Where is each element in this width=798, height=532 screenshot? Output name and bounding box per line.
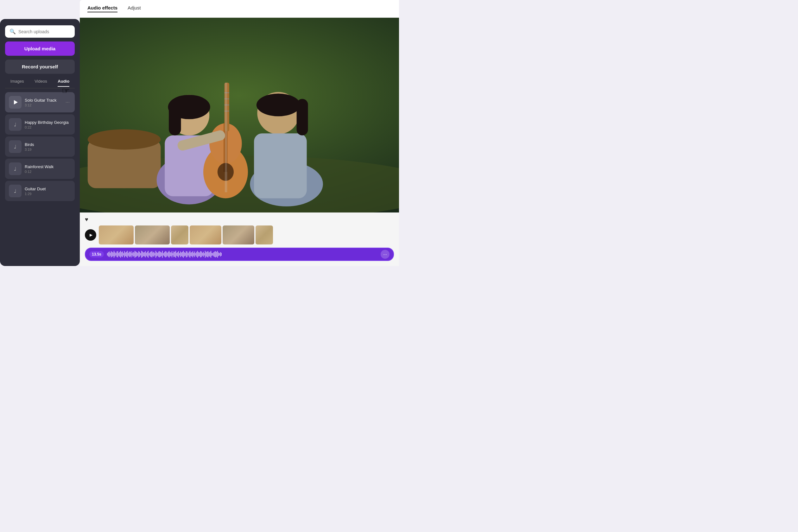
film-frame-4: [190, 226, 221, 245]
tab-videos[interactable]: Videos: [35, 79, 47, 87]
svg-rect-12: [254, 133, 307, 198]
audio-track-more-button[interactable]: ···: [381, 250, 390, 259]
svg-rect-14: [297, 99, 308, 135]
audio-item-info-birds: Birds 3:19: [25, 142, 71, 151]
audio-item-solo-guitar[interactable]: Solo Guitar Track 3:12 ···: [5, 92, 75, 112]
timeline-play-button[interactable]: [85, 229, 96, 241]
audio-item-info-rainforest: Rainforest Walk 0:12: [25, 164, 71, 173]
audio-item-birds[interactable]: ♩ Birds 3:19: [5, 136, 75, 157]
search-icon: 🔍: [10, 28, 16, 35]
audio-item-duration-rainforest: 0:12: [25, 170, 71, 173]
audio-track[interactable]: 13.5s: [85, 248, 394, 261]
video-scene: [80, 18, 399, 212]
film-frame-5: [223, 226, 254, 245]
tab-audio-effects[interactable]: Audio effects: [88, 5, 117, 12]
audio-item-duration-happy-birthday: 0:22: [25, 126, 71, 129]
audio-item-guitar-duet[interactable]: ♩ Guitar Duet 1:29: [5, 181, 75, 201]
audio-item-happy-birthday[interactable]: ♩ Happy Birthday Georgia 0:22: [5, 114, 75, 135]
play-icon-solo-guitar[interactable]: [9, 96, 21, 109]
tabs-bar: Audio effects Adjust: [80, 0, 399, 18]
audio-item-info-happy-birthday: Happy Birthday Georgia 0:22: [25, 120, 71, 129]
music-icon-happy-birthday: ♩: [9, 118, 21, 131]
audio-item-name-solo-guitar: Solo Guitar Track: [25, 98, 61, 102]
svg-rect-9: [169, 103, 181, 135]
timeline-heart-icon: ♥: [85, 216, 394, 223]
svg-point-4: [88, 129, 161, 150]
tab-images[interactable]: Images: [11, 79, 24, 87]
audio-item-duration-birds: 3:19: [25, 148, 71, 151]
svg-point-13: [256, 94, 300, 116]
audio-item-name-birds: Birds: [25, 142, 71, 147]
audio-item-duration-solo-guitar: 3:12: [25, 103, 61, 107]
audio-item-duration-guitar-duet: 1:29: [25, 192, 71, 196]
music-icon-guitar-duet: ♩: [9, 185, 21, 197]
audio-item-name-rainforest: Rainforest Walk: [25, 164, 71, 169]
audio-list: Solo Guitar Track 3:12 ··· ♩ Happy Birth…: [5, 92, 75, 260]
music-icon-rainforest: ♩: [9, 163, 21, 175]
film-frame-1: [99, 226, 134, 245]
left-panel: 🔍 Upload media Record yourself Images Vi…: [0, 19, 80, 266]
filmstrip: [85, 226, 394, 245]
svg-point-18: [217, 163, 234, 181]
filter-tabs: Images Videos Audio: [5, 78, 75, 88]
film-frame-2: [135, 226, 170, 245]
film-frame-6: [255, 226, 273, 245]
right-panel: Audio effects Adjust: [80, 0, 399, 266]
tab-audio[interactable]: Audio: [58, 79, 69, 87]
video-preview: [80, 18, 399, 212]
search-input[interactable]: [18, 29, 70, 34]
audio-item-info-solo-guitar: Solo Guitar Track 3:12: [25, 98, 61, 107]
tab-adjust[interactable]: Adjust: [128, 5, 141, 12]
audio-item-rainforest[interactable]: ♩ Rainforest Walk 0:12: [5, 159, 75, 179]
audio-item-info-guitar-duet: Guitar Duet 1:29: [25, 187, 71, 196]
waveform: [107, 250, 378, 258]
audio-item-more-solo-guitar[interactable]: ···: [64, 98, 71, 107]
search-bar[interactable]: 🔍: [5, 25, 75, 38]
timeline-area: ♥ 13.5s: [80, 212, 399, 266]
upload-media-button[interactable]: Upload media: [5, 41, 75, 56]
audio-item-name-happy-birthday: Happy Birthday Georgia: [25, 120, 71, 125]
record-yourself-button[interactable]: Record yourself: [5, 59, 75, 74]
film-frame-3: [171, 226, 188, 245]
audio-time-badge: 13.5s: [89, 251, 104, 258]
audio-item-name-guitar-duet: Guitar Duet: [25, 187, 71, 191]
music-icon-birds: ♩: [9, 140, 21, 153]
